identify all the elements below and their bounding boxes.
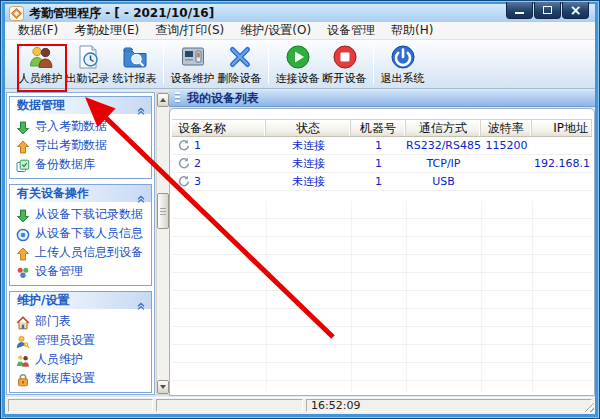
- table-row[interactable]: 1 未连接 1 RS232/RS485 115200: [172, 137, 592, 155]
- cell-comm-mode: USB: [406, 173, 481, 191]
- backup-icon: [16, 158, 30, 172]
- drag-grip-icon[interactable]: [175, 92, 180, 104]
- sidebar-scrollbar[interactable]: [156, 92, 170, 395]
- cell-baud-rate: 115200: [481, 137, 532, 155]
- menu-query-print[interactable]: 查询/打印(S): [147, 21, 232, 40]
- window-controls: ×: [506, 2, 589, 19]
- cell-machine-no: 1: [351, 173, 406, 191]
- menu-help[interactable]: 帮助(H): [383, 21, 441, 40]
- sidebar-item-upload-people[interactable]: 上传人员信息到设备: [10, 243, 151, 262]
- cell-comm-mode: RS232/RS485: [406, 137, 481, 155]
- section-header[interactable]: 数据管理: [10, 97, 151, 114]
- sidebar-item-device-management[interactable]: 设备管理: [10, 262, 151, 281]
- client-area: 数据(F) 考勤处理(E) 查询/打印(S) 维护/设置(O) 设备管理 帮助(…: [5, 22, 595, 414]
- sidebar-item-download-records[interactable]: 从设备下载记录数据: [10, 205, 151, 224]
- sidebar: 数据管理 导入考勤数据 导出考勤数据: [6, 92, 155, 395]
- device-row-icon: [177, 175, 190, 188]
- cell-comm-mode: TCP/IP: [406, 155, 481, 173]
- status-panel-1: [8, 399, 153, 412]
- sidebar-section-device-operations: 有关设备操作 从设备下载记录数据 从设备下载人员信息: [9, 184, 152, 286]
- toolbar-label: 统计报表: [113, 71, 157, 86]
- admin-icon: [16, 334, 30, 348]
- toolbar-staff-maintenance-button[interactable]: 人员维护: [17, 42, 64, 86]
- sidebar-item-database-settings[interactable]: 数据库设置: [10, 369, 151, 388]
- menu-maintenance[interactable]: 维护/设置(O): [232, 21, 319, 40]
- toolbar-exit-button[interactable]: 退出系统: [379, 42, 426, 86]
- sidebar-item-backup-database[interactable]: 备份数据库: [10, 155, 151, 174]
- cell-ip: [532, 173, 592, 191]
- section-header[interactable]: 维护/设置: [10, 292, 151, 309]
- section-items: 从设备下载记录数据 从设备下载人员信息 上传人员信息到设备 设备管理: [10, 202, 151, 285]
- toolbar-label: 出勤记录: [66, 71, 110, 86]
- section-header[interactable]: 有关设备操作: [10, 185, 151, 202]
- close-button[interactable]: ×: [562, 2, 589, 19]
- column-gridline: [351, 201, 352, 393]
- sidebar-section-maintenance-settings: 维护/设置 部门表 管理员设置: [9, 291, 152, 393]
- app-window: 考勤管理程序 - [ - 2021/10/16] × 数据(F) 考勤处理(E)…: [0, 0, 600, 419]
- cell-ip: 192.168.1: [532, 155, 592, 173]
- sidebar-item-download-people[interactable]: 从设备下载人员信息: [10, 224, 151, 243]
- app-logo-icon: [9, 6, 24, 21]
- delete-icon: [227, 44, 253, 70]
- menu-data[interactable]: 数据(F): [10, 21, 66, 40]
- cell-machine-no: 1: [351, 155, 406, 173]
- sidebar-item-export-data[interactable]: 导出考勤数据: [10, 136, 151, 155]
- sidebar-item-label: 部门表: [35, 313, 71, 330]
- export-icon: [16, 139, 30, 153]
- scrollbar-thumb[interactable]: [157, 193, 169, 229]
- toolbar-separator: [373, 44, 374, 84]
- menu-attendance[interactable]: 考勤处理(E): [66, 21, 147, 40]
- toolbar-label: 退出系统: [381, 71, 425, 86]
- content-area: 数据管理 导入考勤数据 导出考勤数据: [5, 89, 595, 397]
- toolbar-delete-device-button[interactable]: 删除设备: [216, 42, 263, 86]
- toolbar-label: 删除设备: [218, 71, 262, 86]
- toolbar-separator: [268, 44, 269, 84]
- section-items: 导入考勤数据 导出考勤数据 备份数据库: [10, 114, 151, 178]
- section-title: 有关设备操作: [17, 185, 89, 202]
- report-icon: [122, 44, 148, 70]
- download-records-icon: [16, 208, 30, 222]
- table-row[interactable]: 2 未连接 1 TCP/IP 192.168.1: [172, 155, 592, 173]
- device-list-panel: 设备名称 状态 机器号 通信方式 波特率 IP地址 1 未连接 1 RS232/…: [169, 108, 595, 396]
- toolbar-connect-device-button[interactable]: 连接设备: [274, 42, 321, 86]
- staff-icon: [16, 353, 30, 367]
- toolbar-device-maintenance-button[interactable]: 设备维护: [169, 42, 216, 86]
- maximize-button[interactable]: [534, 2, 561, 19]
- toolbar: 人员维护 出勤记录 统计报表 设备维护 删除设备 连接设备: [5, 40, 595, 89]
- sidebar-item-admin-settings[interactable]: 管理员设置: [10, 331, 151, 350]
- minimize-button[interactable]: [506, 2, 533, 19]
- device-table: 设备名称 状态 机器号 通信方式 波特率 IP地址 1 未连接 1 RS232/…: [172, 119, 592, 393]
- import-icon: [16, 120, 30, 134]
- table-row[interactable]: 3 未连接 1 USB: [172, 173, 592, 191]
- column-gridline: [406, 201, 407, 393]
- column-header-baud-rate[interactable]: 波特率: [481, 120, 532, 136]
- column-header-comm-mode[interactable]: 通信方式: [406, 120, 481, 136]
- cell-baud-rate: [481, 155, 532, 173]
- sidebar-section-data-management: 数据管理 导入考勤数据 导出考勤数据: [9, 96, 152, 179]
- statusbar: 16:52:09: [5, 397, 595, 414]
- column-header-device-name[interactable]: 设备名称: [172, 120, 266, 136]
- sidebar-item-label: 导出考勤数据: [35, 137, 107, 154]
- toolbar-report-button[interactable]: 统计报表: [111, 42, 158, 86]
- column-header-status[interactable]: 状态: [266, 120, 351, 136]
- cell-baud-rate: [481, 173, 532, 191]
- column-header-ip[interactable]: IP地址: [532, 120, 592, 136]
- scrollbar-down-button[interactable]: [157, 380, 169, 394]
- sidebar-item-label: 人员维护: [35, 351, 83, 368]
- toolbar-disconnect-device-button[interactable]: 断开设备: [321, 42, 368, 86]
- menu-device[interactable]: 设备管理: [319, 21, 383, 40]
- sidebar-item-department-table[interactable]: 部门表: [10, 312, 151, 331]
- attendance-record-icon: [75, 44, 101, 70]
- menubar: 数据(F) 考勤处理(E) 查询/打印(S) 维护/设置(O) 设备管理 帮助(…: [5, 22, 595, 40]
- column-gridline: [532, 201, 533, 393]
- scrollbar-up-button[interactable]: [157, 93, 169, 107]
- sidebar-item-import-data[interactable]: 导入考勤数据: [10, 117, 151, 136]
- toolbar-separator: [163, 44, 164, 84]
- toolbar-attendance-record-button[interactable]: 出勤记录: [64, 42, 111, 86]
- sidebar-item-staff-maintenance[interactable]: 人员维护: [10, 350, 151, 369]
- column-header-machine-no[interactable]: 机器号: [351, 120, 406, 136]
- database-icon: [16, 372, 30, 386]
- panel-title: 我的设备列表: [187, 90, 259, 107]
- toolbar-label: 设备维护: [171, 71, 215, 86]
- device-manage-icon: [16, 265, 30, 279]
